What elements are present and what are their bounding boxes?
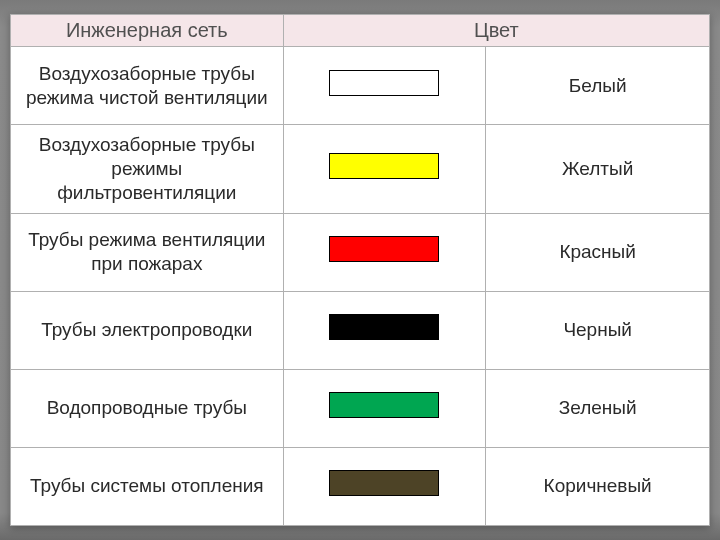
row-swatch-cell [283, 47, 486, 125]
row-color-name: Белый [486, 47, 710, 125]
color-swatch [329, 70, 439, 96]
row-swatch-cell [283, 369, 486, 447]
legend-table-container: Инженерная сеть Цвет Воздухозаборные тру… [10, 14, 710, 525]
color-swatch [329, 470, 439, 496]
table-row: Водопроводные трубы Зеленый [11, 369, 710, 447]
legend-rows: Воздухозаборные трубы режима чистой вент… [11, 47, 710, 525]
row-label: Трубы системы отопления [11, 447, 284, 525]
row-swatch-cell [283, 447, 486, 525]
row-label: Воздухозаборные трубы режимы фильтровент… [11, 125, 284, 213]
row-color-name: Зеленый [486, 369, 710, 447]
header-color: Цвет [283, 15, 709, 47]
legend-table: Инженерная сеть Цвет Воздухозаборные тру… [10, 14, 710, 525]
color-swatch [329, 314, 439, 340]
table-row: Воздухозаборные трубы режимы фильтровент… [11, 125, 710, 213]
table-row: Трубы системы отопления Коричневый [11, 447, 710, 525]
row-label: Воздухозаборные трубы режима чистой вент… [11, 47, 284, 125]
table-row: Воздухозаборные трубы режима чистой вент… [11, 47, 710, 125]
row-color-name: Желтый [486, 125, 710, 213]
table-row: Трубы электропроводки Черный [11, 291, 710, 369]
row-swatch-cell [283, 125, 486, 213]
header-network: Инженерная сеть [11, 15, 284, 47]
row-swatch-cell [283, 213, 486, 291]
color-swatch [329, 236, 439, 262]
row-label: Трубы электропроводки [11, 291, 284, 369]
row-color-name: Черный [486, 291, 710, 369]
color-swatch [329, 392, 439, 418]
row-swatch-cell [283, 291, 486, 369]
color-swatch [329, 153, 439, 179]
row-label: Трубы режима вентиляции при пожарах [11, 213, 284, 291]
table-row: Трубы режима вентиляции при пожарах Крас… [11, 213, 710, 291]
row-label: Водопроводные трубы [11, 369, 284, 447]
row-color-name: Коричневый [486, 447, 710, 525]
row-color-name: Красный [486, 213, 710, 291]
